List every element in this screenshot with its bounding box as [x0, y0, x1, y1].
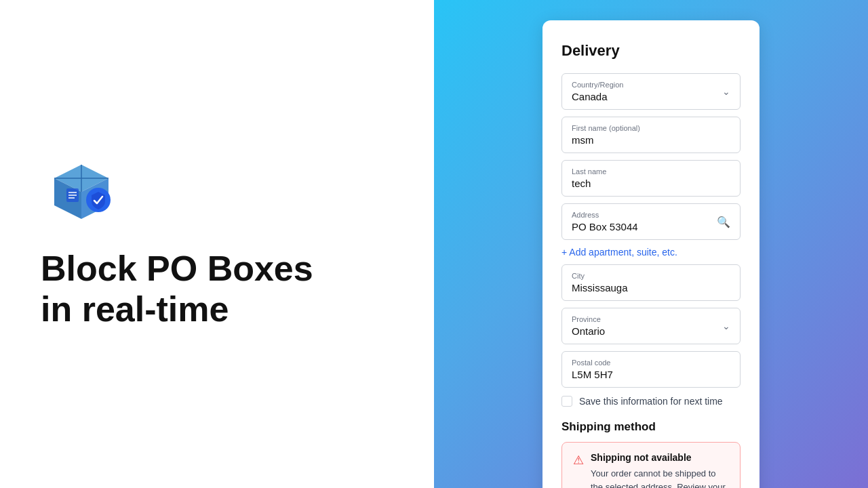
postal-label: Postal code [572, 359, 730, 367]
error-icon: ⚠ [573, 453, 584, 468]
headline: Block PO Boxes in real-time [41, 249, 393, 330]
save-checkbox[interactable] [561, 396, 572, 407]
province-value: Ontario [572, 325, 722, 337]
address-label: Address [572, 211, 717, 219]
left-panel: Block PO Boxes in real-time [0, 0, 434, 488]
province-label: Province [572, 315, 722, 323]
logo-area [41, 158, 393, 222]
country-field[interactable]: Country/Region Canada ⌄ [561, 73, 741, 110]
error-content: Shipping not available Your order cannot… [591, 452, 729, 488]
shipping-method-title: Shipping method [561, 420, 741, 434]
add-apartment-link[interactable]: + Add apartment, suite, etc. [561, 247, 741, 258]
postal-code-field[interactable]: Postal code L5M 5H7 [561, 351, 741, 388]
first-name-field[interactable]: First name (optional) msm [561, 117, 741, 153]
logo-icon [41, 158, 122, 219]
city-value: Mississauga [572, 282, 730, 293]
save-info-row: Save this information for next time [561, 396, 741, 407]
save-label: Save this information for next time [579, 396, 723, 407]
search-icon[interactable]: 🔍 [717, 216, 730, 228]
province-field[interactable]: Province Ontario ⌄ [561, 308, 741, 344]
city-label: City [572, 272, 730, 280]
last-name-field[interactable]: Last name tech [561, 160, 741, 197]
delivery-title: Delivery [561, 42, 741, 60]
shipping-error-box: ⚠ Shipping not available Your order cann… [561, 442, 741, 488]
address-value: PO Box 53044 [572, 221, 717, 232]
first-name-value: msm [572, 134, 730, 146]
error-title: Shipping not available [591, 452, 729, 463]
first-name-label: First name (optional) [572, 124, 730, 132]
city-field[interactable]: City Mississauga [561, 264, 741, 301]
last-name-label: Last name [572, 167, 730, 176]
country-label: Country/Region [572, 81, 722, 89]
postal-value: L5M 5H7 [572, 369, 730, 380]
address-field[interactable]: Address PO Box 53044 🔍 [561, 203, 741, 240]
right-panel: Delivery Country/Region Canada ⌄ First n… [434, 0, 868, 488]
country-value: Canada [572, 91, 722, 102]
error-desc: Your order cannot be shipped to the sele… [591, 467, 729, 488]
last-name-value: tech [572, 178, 730, 189]
chevron-down-icon: ⌄ [722, 321, 730, 331]
delivery-card: Delivery Country/Region Canada ⌄ First n… [542, 20, 760, 488]
chevron-down-icon: ⌄ [722, 86, 730, 97]
